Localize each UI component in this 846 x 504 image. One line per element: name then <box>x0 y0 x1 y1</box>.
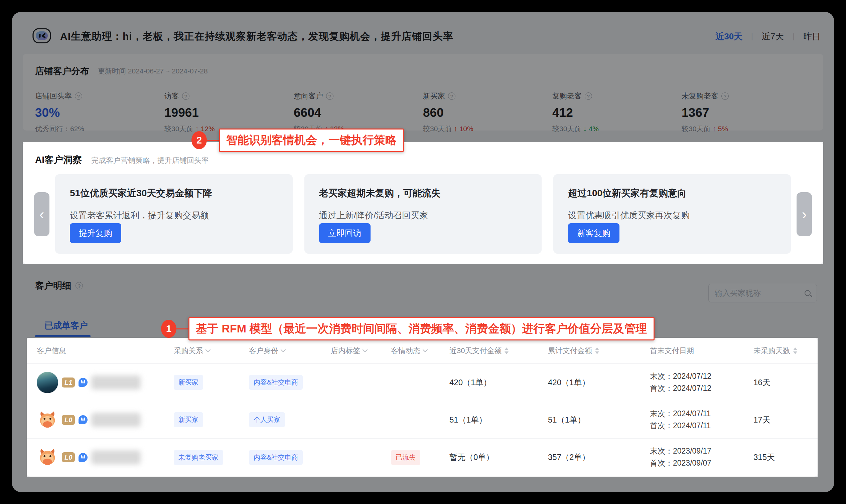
filter-chevron-icon[interactable] <box>281 347 286 353</box>
column-header[interactable]: 未采购天数 <box>754 346 817 356</box>
column-header[interactable]: 客情动态 <box>391 346 449 356</box>
insight-card: 超过100位新买家有复购意向 设置优惠吸引优质买家再次复购 新客复购 <box>553 174 791 254</box>
wangwang-chat-icon[interactable] <box>79 415 88 424</box>
range-tab[interactable]: 昨日 <box>803 31 821 42</box>
relation-cell: 未复购老买家 <box>174 450 249 465</box>
metric-list: 店铺回头率 ? 30% 优秀同行：62% 访客 ? 19961 较30天前↑ 1… <box>35 91 811 133</box>
guide-badge-2: 2 <box>191 131 207 149</box>
carousel-next-button[interactable]: › <box>797 192 812 236</box>
dim-overlay-table-left <box>12 338 27 476</box>
filter-chevron-icon[interactable] <box>206 347 211 353</box>
customer-info-cell: L0 <box>37 447 174 468</box>
distribution-head: 店铺客户分布 更新时间 2024-06-27 ~ 2024-07-28 <box>35 65 811 77</box>
help-icon[interactable]: ? <box>326 92 333 100</box>
pay-date-cell: 末次：2024/07/12 首次：2024/07/12 <box>650 371 754 394</box>
insight-card-title: 51位优质买家近30天交易金额下降 <box>70 187 278 200</box>
identity-cell: 内容&社交电商 <box>249 375 331 390</box>
help-icon[interactable]: ? <box>585 92 592 100</box>
table-row[interactable]: L0 新买家 个人买家 51（1单） 51（1单） 末次：2024/07/11 … <box>27 401 817 438</box>
column-label: 采购关系 <box>174 346 203 356</box>
column-header[interactable]: 首末支付日期 <box>650 346 754 356</box>
identity-tag: 内容&社交电商 <box>249 450 303 465</box>
metric-value: 860 <box>423 106 552 120</box>
pay-date-cell: 末次：2024/07/11 首次：2024/07/11 <box>650 408 754 432</box>
metric-sub: 较30天前↑ 10% <box>423 124 552 133</box>
metric-label: 未复购老客 <box>681 91 718 101</box>
insight-action-button[interactable]: 提升复购 <box>70 223 121 243</box>
column-header[interactable]: 客户身份 <box>249 346 331 356</box>
wangwang-chat-icon[interactable] <box>79 378 88 387</box>
column-header[interactable]: 采购关系 <box>174 346 249 356</box>
carousel-prev-button[interactable]: ‹ <box>34 192 49 236</box>
tab-active-underline <box>35 335 90 337</box>
relation-cell: 新买家 <box>174 412 249 427</box>
dim-overlay-insight-right <box>823 142 834 264</box>
insight-card-list: 51位优质买家近30天交易金额下降 设置老客累计返利，提升复购交易额 提升复购 … <box>55 174 791 254</box>
customer-info-cell: L1 <box>37 372 174 393</box>
column-header[interactable]: 客户信息 <box>37 346 174 356</box>
customer-table-card: 客户信息 采购关系 客户身份 店内标签 客情动态 近30天支付金额 累计支付金额… <box>27 338 817 476</box>
insight-action-button[interactable]: 新客复购 <box>568 223 620 243</box>
delta-down-arrow: ↓ 4% <box>583 125 599 133</box>
pay-date-cell: 末次：2023/09/17 首次：2023/09/07 <box>650 445 754 469</box>
help-icon[interactable]: ? <box>721 92 729 100</box>
tab-divider: | <box>793 32 795 41</box>
table-row[interactable]: L1 新买家 内容&社交电商 420（1单） 420（1单） 末次：2024/0… <box>27 364 817 401</box>
insight-title: AI客户洞察 <box>35 154 82 166</box>
metric: 复购老客 ? 412 较30天前↓ 4% <box>552 91 681 133</box>
insight-card-desc: 设置老客累计返利，提升复购交易额 <box>70 210 278 221</box>
column-label: 近30天支付金额 <box>449 346 502 356</box>
distribution-title: 店铺客户分布 <box>35 65 89 77</box>
dim-overlay-table-right <box>817 338 834 476</box>
metric-label: 复购老客 <box>552 91 582 101</box>
store-customer-distribution-card: 店铺客户分布 更新时间 2024-06-27 ~ 2024-07-28 店铺回头… <box>23 54 823 130</box>
buyer-search-box[interactable] <box>708 284 817 302</box>
dim-overlay-insight-left <box>12 142 23 264</box>
relation-cell: 新买家 <box>174 375 249 390</box>
range-tab[interactable]: 近7天 <box>762 31 784 42</box>
buyer-search-input[interactable] <box>715 289 801 298</box>
insight-card-desc: 通过上新/降价/活动召回买家 <box>319 210 527 221</box>
help-icon[interactable]: ? <box>75 92 82 100</box>
guide-connector <box>176 328 188 329</box>
guide-annotation-1: 1 基于 RFM 模型（最近一次消费时间间隔、消费频率、消费金额）进行客户价值分… <box>161 317 655 340</box>
metric-label: 新买家 <box>423 91 445 101</box>
screenshot-root: { "assistant_header": { "icon": "ai-robo… <box>0 0 846 504</box>
range-tab[interactable]: 近30天 <box>715 31 742 42</box>
help-icon[interactable]: ? <box>182 92 189 100</box>
sort-icon[interactable] <box>595 347 599 354</box>
help-icon[interactable]: ? <box>448 92 455 100</box>
assistant-header: AI生意助理：hi，老板，我正在持续观察新老客动态，发现复购机会，提升店铺回头率… <box>32 26 821 47</box>
insight-card: 51位优质买家近30天交易金额下降 设置老客累计返利，提升复购交易额 提升复购 <box>55 174 293 254</box>
relation-tag: 未复购老买家 <box>174 450 223 465</box>
metric: 意向客户 ? 6604 较30天前↑ 12% <box>294 91 423 133</box>
help-icon[interactable]: ? <box>75 282 83 289</box>
first-pay-date: 首次：2024/07/11 <box>650 420 754 432</box>
relation-tag: 新买家 <box>174 375 203 390</box>
customer-name-blurred <box>91 450 141 464</box>
table-row[interactable]: L0 未复购老买家 内容&社交电商 已流失 暂无（0单） 357（2单） 末次：… <box>27 438 817 476</box>
filter-chevron-icon[interactable] <box>423 347 428 353</box>
filter-chevron-icon[interactable] <box>363 347 368 353</box>
sort-icon[interactable] <box>504 347 508 354</box>
insight-action-button[interactable]: 立即回访 <box>319 223 370 243</box>
column-header[interactable]: 累计支付金额 <box>548 346 650 356</box>
app-window: AI生意助理：hi，老板，我正在持续观察新老客动态，发现复购机会，提升店铺回头率… <box>12 12 834 492</box>
column-header[interactable]: 近30天支付金额 <box>449 346 548 356</box>
guide-connector <box>207 140 219 141</box>
column-header[interactable]: 店内标签 <box>331 346 391 356</box>
tab-completed-customers[interactable]: 已成单客户 <box>45 320 88 331</box>
customer-info-cell: L0 <box>37 409 174 431</box>
last-pay-date: 末次：2024/07/12 <box>650 371 754 382</box>
no-purchase-days-cell: 17天 <box>754 415 817 425</box>
metric-sub: 较30天前↑ 5% <box>681 124 811 133</box>
wangwang-chat-icon[interactable] <box>79 453 88 462</box>
table-body: L1 新买家 内容&社交电商 420（1单） 420（1单） 末次：2024/0… <box>27 364 817 476</box>
table-header-row: 客户信息 采购关系 客户身份 店内标签 客情动态 近30天支付金额 累计支付金额… <box>27 338 817 364</box>
sort-icon[interactable] <box>793 347 797 354</box>
pay-total-cell: 357（2单） <box>548 452 650 463</box>
no-purchase-days-cell: 16天 <box>754 377 817 388</box>
search-icon[interactable] <box>805 290 811 296</box>
customer-level-badge: L0 <box>62 415 75 425</box>
insight-subtitle: 完成客户营销策略，提升店铺回头率 <box>91 156 209 165</box>
